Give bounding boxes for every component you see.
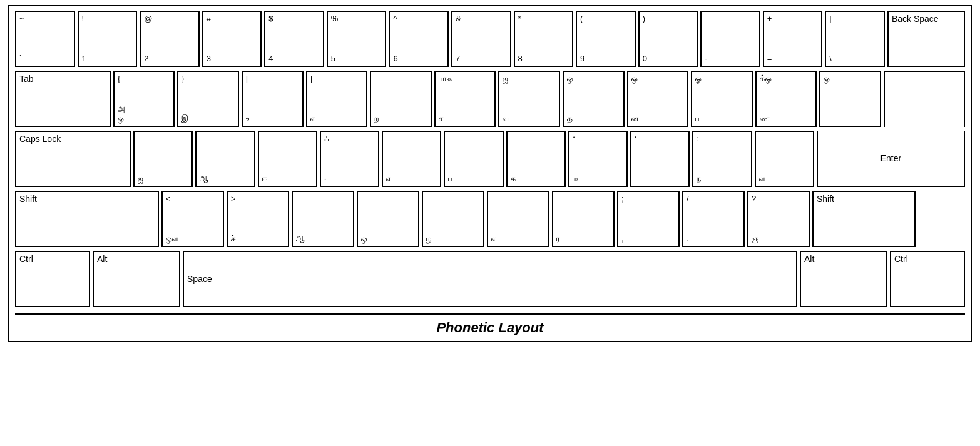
key-slash[interactable]: ? ஞ bbox=[747, 191, 810, 247]
key-enter-bottom[interactable]: Enter bbox=[817, 131, 965, 187]
key-z[interactable]: < ஒள bbox=[161, 191, 224, 247]
key-9[interactable]: ( 9 bbox=[576, 11, 636, 67]
key-1[interactable]: ! 1 bbox=[78, 11, 138, 67]
key-comma[interactable]: ; , bbox=[617, 191, 680, 247]
row-tab: Tab { அஒ } இ [ உ ] எ ற பாஃ ச ஐ வ bbox=[15, 71, 965, 127]
key-u[interactable]: ஐ வ bbox=[498, 71, 560, 127]
key-8[interactable]: * 8 bbox=[514, 11, 574, 67]
key-t[interactable]: ற bbox=[370, 71, 432, 127]
key-r[interactable]: ] எ bbox=[306, 71, 368, 127]
key-v[interactable]: ஒ bbox=[357, 191, 419, 247]
key-shift-right[interactable]: Shift bbox=[812, 191, 916, 247]
row-numbers: ~ ` ! 1 @ 2 # 3 $ 4 % 5 ^ 6 & 7 bbox=[15, 11, 965, 67]
key-tab[interactable]: Tab bbox=[15, 71, 111, 127]
key-bracket-open[interactable]: க்ஒ ண bbox=[755, 71, 817, 127]
key-e[interactable]: [ உ bbox=[242, 71, 304, 127]
key-q[interactable]: { அஒ bbox=[113, 71, 175, 127]
keyboard: ~ ` ! 1 @ 2 # 3 $ 4 % 5 ^ 6 & 7 bbox=[8, 5, 972, 342]
key-alt-left[interactable]: Alt bbox=[93, 251, 180, 307]
key-7[interactable]: & 7 bbox=[451, 11, 511, 67]
key-backspace[interactable]: Back Space bbox=[887, 11, 965, 67]
key-n[interactable]: ல bbox=[487, 191, 549, 247]
key-ctrl-left[interactable]: Ctrl bbox=[15, 251, 90, 307]
key-x[interactable]: > ச் bbox=[227, 191, 289, 247]
key-6[interactable]: ^ 6 bbox=[389, 11, 449, 67]
key-ctrl-right[interactable]: Ctrl bbox=[890, 251, 965, 307]
key-quote[interactable]: ள bbox=[755, 131, 814, 187]
key-c[interactable]: ஆ bbox=[292, 191, 354, 247]
key-bracket-close[interactable]: ஒ bbox=[819, 71, 881, 127]
key-p[interactable]: ஓ ப bbox=[691, 71, 753, 127]
key-i[interactable]: ஒ த bbox=[563, 71, 625, 127]
key-backslash[interactable]: | \ bbox=[825, 11, 885, 67]
key-s[interactable]: ஆ bbox=[195, 131, 255, 187]
key-caps-lock[interactable]: Caps Lock bbox=[15, 131, 131, 187]
row-shift: Shift < ஒள > ச் ஆ ஒ ழ ல ர bbox=[15, 191, 965, 247]
key-alt-right[interactable]: Alt bbox=[800, 251, 887, 307]
key-2[interactable]: @ 2 bbox=[140, 11, 200, 67]
key-space[interactable]: Space bbox=[183, 251, 797, 307]
row-caps: Caps Lock ஐ ஆ ஈ ∴ · எ ப க bbox=[15, 131, 965, 187]
key-o[interactable]: ஒ ன bbox=[627, 71, 689, 127]
key-j[interactable]: க bbox=[506, 131, 566, 187]
key-d[interactable]: ஈ bbox=[258, 131, 317, 187]
key-b[interactable]: ழ bbox=[422, 191, 484, 247]
key-4[interactable]: $ 4 bbox=[264, 11, 324, 67]
key-shift-left[interactable]: Shift bbox=[15, 191, 159, 247]
key-l[interactable]: ‘ ட bbox=[630, 131, 690, 187]
key-k[interactable]: “ ம bbox=[568, 131, 628, 187]
key-semicolon[interactable]: : ந bbox=[692, 131, 752, 187]
key-y[interactable]: பாஃ ச bbox=[434, 71, 496, 127]
key-period[interactable]: / . bbox=[682, 191, 745, 247]
key-h[interactable]: ப bbox=[444, 131, 503, 187]
key-3[interactable]: # 3 bbox=[202, 11, 262, 67]
key-g[interactable]: எ bbox=[382, 131, 441, 187]
key-f[interactable]: ∴ · bbox=[320, 131, 379, 187]
key-5[interactable]: % 5 bbox=[327, 11, 387, 67]
key-enter-top[interactable] bbox=[884, 71, 965, 127]
key-equal[interactable]: + = bbox=[763, 11, 823, 67]
key-m[interactable]: ர bbox=[552, 191, 615, 247]
key-w[interactable]: } இ bbox=[177, 71, 239, 127]
row-bottom: Ctrl Alt Space Alt Ctrl bbox=[15, 251, 965, 307]
key-tilde[interactable]: ~ ` bbox=[15, 11, 75, 67]
key-minus[interactable]: _ - bbox=[700, 11, 760, 67]
key-a[interactable]: ஐ bbox=[133, 131, 193, 187]
key-0[interactable]: ) 0 bbox=[638, 11, 698, 67]
keyboard-layout-label: Phonetic Layout bbox=[15, 313, 965, 336]
